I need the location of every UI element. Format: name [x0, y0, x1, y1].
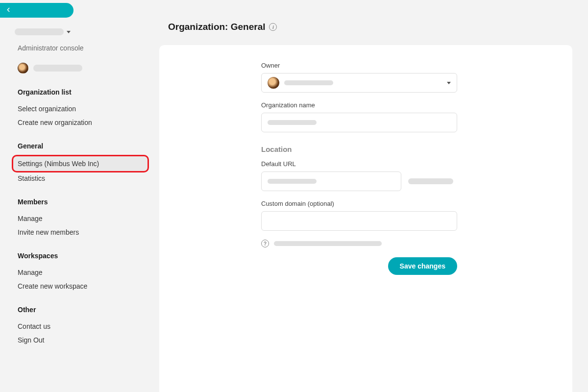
nav-group-header: Organization list — [18, 88, 134, 96]
default-url-label: Default URL — [261, 160, 457, 168]
nav-contact-us[interactable]: Contact us — [18, 319, 134, 333]
save-changes-button[interactable]: Save changes — [388, 257, 457, 275]
default-url-value-placeholder — [268, 179, 317, 184]
nav-group-header: Workspaces — [18, 252, 134, 260]
nav-group: WorkspacesManageCreate new workspace — [18, 252, 134, 293]
custom-domain-input[interactable] — [261, 211, 457, 231]
nav-statistics[interactable]: Statistics — [18, 172, 134, 185]
chevron-down-icon — [447, 82, 451, 84]
page-title-row: Organization: General i — [168, 22, 572, 32]
chevron-down-icon — [67, 31, 71, 33]
admin-console-label: Administrator console — [18, 44, 134, 52]
custom-domain-label: Custom domain (optional) — [261, 200, 457, 207]
nav-group-header: Other — [18, 306, 134, 314]
settings-card: Owner Organization name Location Default — [159, 45, 572, 392]
org-name-value-placeholder — [268, 120, 317, 125]
org-name-input[interactable] — [261, 113, 457, 132]
nav-group: MembersManageInvite new members — [18, 198, 134, 239]
owner-value-placeholder — [284, 80, 333, 85]
org-switcher[interactable] — [15, 28, 134, 35]
sidebar: Administrator console Organization listS… — [12, 28, 134, 360]
nav-group: GeneralSettings (Nimbus Web Inc)Statisti… — [18, 142, 134, 185]
custom-domain-field: Custom domain (optional) — [261, 200, 457, 231]
default-url-input[interactable] — [261, 172, 401, 191]
owner-select[interactable] — [261, 73, 457, 93]
info-icon[interactable]: i — [269, 23, 277, 31]
nav-invite-members[interactable]: Invite new members — [18, 225, 134, 239]
nav-settings[interactable]: Settings (Nimbus Web Inc) — [13, 156, 148, 172]
nav-members-manage[interactable]: Manage — [18, 212, 134, 225]
help-text-placeholder — [274, 241, 382, 246]
user-name-placeholder — [33, 65, 82, 72]
owner-label: Owner — [261, 62, 457, 69]
url-suffix-placeholder — [408, 178, 453, 184]
owner-field: Owner — [261, 62, 457, 93]
main-content: Organization: General i Owner Organizati… — [159, 22, 572, 392]
org-name-placeholder — [15, 28, 64, 35]
back-button[interactable] — [0, 3, 74, 18]
nav-workspaces-manage[interactable]: Manage — [18, 266, 134, 279]
nav-select-organization[interactable]: Select organization — [18, 102, 134, 116]
form-column: Owner Organization name Location Default — [261, 62, 457, 275]
user-avatar — [18, 63, 28, 74]
nav-create-workspace[interactable]: Create new workspace — [18, 279, 134, 293]
org-name-field: Organization name — [261, 101, 457, 132]
nav-group-header: General — [18, 142, 134, 150]
custom-domain-help-row: ? — [261, 240, 457, 247]
current-user-row[interactable] — [18, 63, 134, 74]
default-url-field: Default URL — [261, 160, 457, 191]
org-name-label: Organization name — [261, 101, 457, 109]
owner-avatar — [268, 77, 279, 89]
location-section-label: Location — [261, 145, 457, 153]
help-icon[interactable]: ? — [261, 240, 269, 247]
page-title: Organization: General — [168, 22, 265, 32]
nav-sign-out[interactable]: Sign Out — [18, 333, 134, 347]
arrow-left-icon — [5, 6, 12, 15]
nav-group-header: Members — [18, 198, 134, 206]
nav-group: Organization listSelect organizationCrea… — [18, 88, 134, 129]
nav-group: OtherContact usSign Out — [18, 306, 134, 347]
nav-create-organization[interactable]: Create new organization — [18, 116, 134, 129]
